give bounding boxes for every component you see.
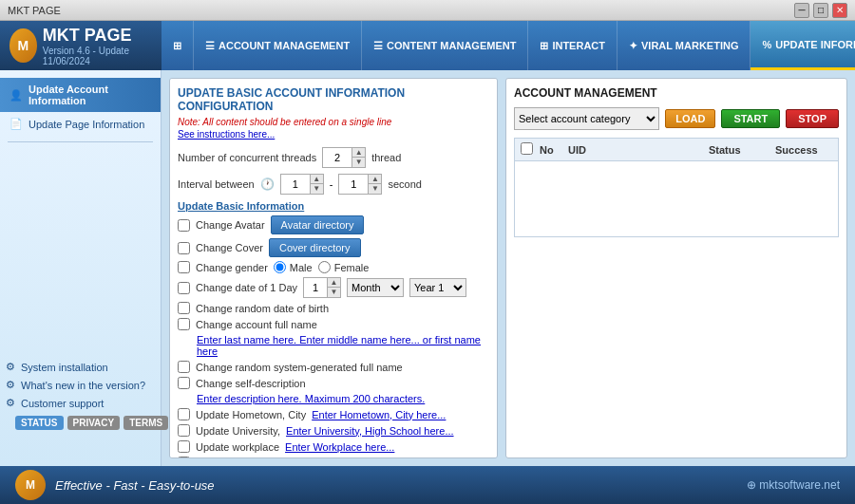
gender-male-radio[interactable] [274, 261, 286, 273]
account-category-select[interactable]: Select account category [514, 107, 659, 130]
change-random-fullname-row: Change random system-generated full name [178, 361, 489, 373]
nav-items: ⊞ ☰ ACCOUNT MANAGEMENT ☰ CONTENT MANAGEM… [162, 21, 855, 70]
update-hometown-row: Update Hometown, City Enter Hometown, Ci… [178, 408, 489, 420]
threads-spins: ▲ ▼ [352, 148, 365, 167]
change-gender-checkbox[interactable] [178, 261, 190, 273]
fullname-link[interactable]: Enter last name here. Enter middle name … [197, 334, 489, 357]
interval-suffix: second [388, 178, 421, 190]
change-description-checkbox[interactable] [178, 377, 190, 389]
description-link[interactable]: Enter description here. Maximum 200 char… [197, 393, 425, 404]
customer-support-icon: ⚙ [6, 397, 15, 409]
table-check-header [521, 142, 540, 157]
threads-up[interactable]: ▲ [352, 148, 365, 158]
dob-year-select[interactable]: Year 1 [409, 278, 466, 297]
cover-directory-button[interactable]: Cover directory [269, 238, 361, 257]
nav-item-interact[interactable]: ⊞ INTERACT [528, 21, 618, 70]
update-hometown-checkbox[interactable] [178, 408, 190, 420]
table-success-header: Success [775, 144, 832, 156]
see-instructions-link[interactable]: See instructions here... [178, 129, 489, 140]
customer-support-label: Customer support [21, 398, 104, 409]
threads-input-wrapper: 2 ▲ ▼ [322, 147, 366, 168]
workplace-link[interactable]: Enter Workplace here... [285, 441, 394, 453]
interval-input1[interactable] [281, 175, 310, 194]
sidebar-system-install[interactable]: ⚙ System installation [6, 358, 155, 376]
version-text: Version 4.6 - Update 11/06/2024 [43, 46, 152, 66]
interval-label: Interval between [178, 178, 255, 190]
update-university-checkbox[interactable] [178, 424, 190, 437]
right-panel: ACCOUNT MANAGEMENT Select account catego… [505, 78, 847, 458]
maximize-button[interactable]: □ [813, 3, 828, 18]
interval1-up[interactable]: ▲ [310, 175, 323, 184]
sidebar-customer-support[interactable]: ⚙ Customer support [6, 394, 155, 412]
change-avatar-checkbox[interactable] [178, 219, 190, 232]
change-privacy-checkbox[interactable] [178, 457, 190, 458]
sidebar-whats-new[interactable]: ⚙ What's new in the version? [6, 376, 155, 394]
threads-down[interactable]: ▼ [352, 158, 365, 167]
dob-day-input[interactable] [304, 278, 327, 297]
change-random-dob-checkbox[interactable] [178, 302, 190, 314]
close-button[interactable]: ✕ [832, 3, 847, 18]
table-no-header: No [540, 144, 568, 156]
update-workplace-checkbox[interactable] [178, 440, 190, 453]
terms-badge[interactable]: TERMS [124, 416, 168, 430]
gender-female-option[interactable]: Female [318, 261, 370, 273]
interval-dash: - [330, 178, 333, 190]
update-information-icon: % [762, 39, 771, 50]
hometown-link[interactable]: Enter Hometown, City here... [312, 409, 446, 420]
nav-item-account-management[interactable]: ☰ ACCOUNT MANAGEMENT [194, 21, 362, 70]
top-nav: M MKT PAGE Version 4.6 - Update 11/06/20… [0, 21, 855, 70]
stop-button[interactable]: STOP [786, 109, 839, 128]
sidebar-divider [8, 141, 153, 142]
nav-item-home[interactable]: ⊞ [162, 21, 194, 70]
sidebar: 👤 Update Account Information 📄 Update Pa… [0, 70, 162, 466]
threads-label: Number of concurrent threads [178, 152, 316, 163]
change-fullname-label: Change account full name [196, 319, 317, 330]
interact-icon: ⊞ [540, 40, 548, 52]
threads-input[interactable]: 2 [323, 148, 352, 167]
change-fullname-checkbox[interactable] [178, 318, 190, 330]
dob-day-down[interactable]: ▼ [327, 288, 340, 297]
university-link[interactable]: Enter University, High School here... [286, 425, 453, 437]
update-page-label: Update Page Information [28, 119, 144, 130]
interval-input1-wrapper: ▲ ▼ [280, 174, 324, 195]
minimize-button[interactable]: ─ [794, 3, 809, 18]
change-dob-checkbox[interactable] [178, 282, 190, 294]
whats-new-label: What's new in the version? [21, 380, 145, 391]
sidebar-item-update-page[interactable]: 📄 Update Page Information [0, 112, 161, 136]
account-top-row: Select account category LOAD START STOP [514, 107, 839, 130]
privacy-badge[interactable]: PRIVACY [67, 416, 121, 430]
interval1-down[interactable]: ▼ [310, 184, 323, 194]
table-select-all-checkbox[interactable] [521, 142, 533, 155]
change-random-dob-row: Change random date of birth [178, 302, 489, 314]
interval-row: Interval between 🕐 ▲ ▼ - ▲ ▼ [178, 174, 489, 195]
nav-item-viral-marketing[interactable]: ✦ VIRAL MARKETING [618, 21, 750, 70]
status-badge[interactable]: STATUS [15, 416, 64, 430]
sidebar-item-update-account[interactable]: 👤 Update Account Information [0, 78, 161, 112]
nav-item-content-management[interactable]: ☰ CONTENT MANAGEMENT [362, 21, 528, 70]
start-button[interactable]: START [721, 109, 780, 128]
interval2-down[interactable]: ▼ [368, 184, 381, 194]
change-dob-label: Change date of 1 Day [196, 282, 297, 293]
interval2-up[interactable]: ▲ [368, 175, 381, 184]
change-description-row: Change self-description [178, 377, 489, 389]
system-install-icon: ⚙ [6, 361, 15, 373]
interval-input2[interactable] [339, 175, 368, 194]
change-privacy-row: Change privacy settings [178, 457, 489, 458]
main-layout: 👤 Update Account Information 📄 Update Pa… [0, 70, 855, 466]
footer-website[interactable]: ⊕ mktsoftware.net [747, 478, 840, 492]
logo-text: MKT PAGE [43, 26, 152, 46]
dob-day-up[interactable]: ▲ [327, 278, 340, 288]
change-cover-checkbox[interactable] [178, 242, 190, 254]
dob-month-select[interactable]: Month 1234 5678 9101112 [347, 278, 404, 297]
panel-note: Note: All content should be entered on a… [178, 117, 489, 127]
change-random-dob-label: Change random date of birth [196, 303, 329, 314]
avatar-directory-button[interactable]: Avatar directory [271, 215, 365, 234]
sidebar-badges: STATUS PRIVACY TERMS [6, 412, 155, 434]
gender-male-option[interactable]: Male [274, 261, 313, 273]
change-privacy-label: Change privacy settings [196, 457, 307, 459]
load-button[interactable]: LOAD [665, 109, 715, 128]
nav-item-update-information[interactable]: % UPDATE INFORMATION [750, 21, 855, 70]
gender-female-radio[interactable] [318, 261, 331, 273]
change-random-fullname-checkbox[interactable] [178, 361, 190, 373]
content-management-icon: ☰ [373, 40, 383, 52]
